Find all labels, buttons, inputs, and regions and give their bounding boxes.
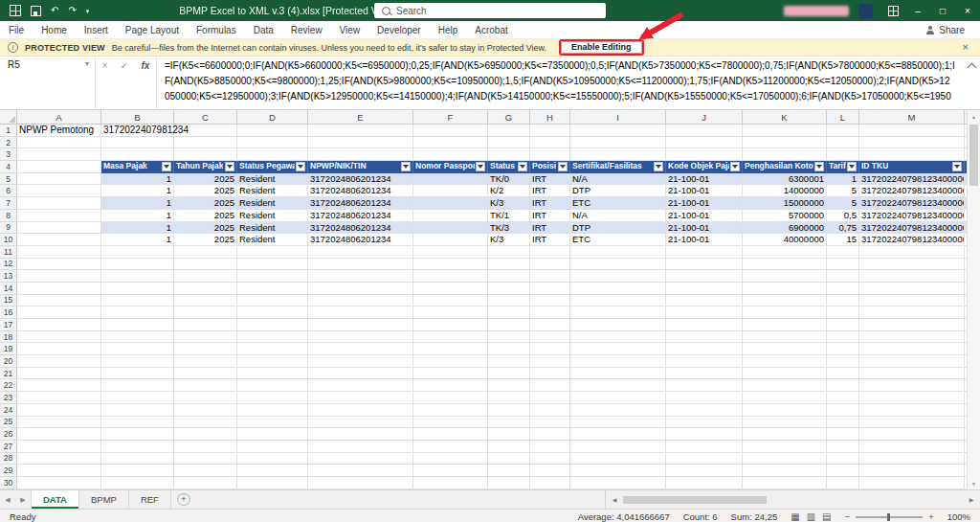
cell-H16[interactable] (530, 306, 570, 319)
cell-K14[interactable] (743, 283, 827, 295)
cell-L23[interactable] (827, 392, 859, 404)
cell-G12[interactable] (488, 259, 530, 271)
cell-L18[interactable] (827, 331, 859, 344)
cell-E15[interactable] (308, 295, 413, 307)
cell-M25[interactable] (859, 417, 965, 429)
cell-M7[interactable]: 3172022407981234000000 (859, 197, 965, 210)
account-avatar[interactable] (858, 4, 873, 18)
cell-D29[interactable] (237, 465, 308, 477)
cell-B19[interactable] (101, 343, 174, 355)
cell-A24[interactable] (17, 404, 101, 417)
cell-K4[interactable]: Penghasilan Kotor (743, 161, 827, 173)
cell-E30[interactable] (308, 477, 413, 489)
cell-H21[interactable] (530, 368, 570, 380)
undo-icon[interactable]: ↶ (51, 6, 58, 15)
cell-F13[interactable] (413, 270, 488, 283)
cell-H20[interactable] (530, 355, 570, 368)
row-header-16[interactable]: 16 (0, 306, 17, 319)
cell-A15[interactable] (17, 295, 101, 307)
menu-tab-review[interactable]: Review (282, 21, 331, 38)
enter-icon[interactable]: ✓ (121, 59, 128, 109)
cell-G30[interactable] (488, 477, 530, 489)
cell-D15[interactable] (237, 295, 308, 307)
cell-G24[interactable] (488, 404, 530, 417)
cell-L30[interactable] (827, 477, 859, 489)
cell-M28[interactable] (859, 453, 965, 465)
normal-view-icon[interactable]: ▦ (791, 511, 799, 522)
cell-M3[interactable] (859, 148, 965, 161)
cell-J2[interactable] (666, 137, 743, 149)
cell-I15[interactable] (570, 295, 666, 307)
cell-I14[interactable] (570, 283, 666, 295)
cell-C25[interactable] (174, 417, 237, 429)
cell-M20[interactable] (859, 355, 965, 368)
cell-E2[interactable] (308, 137, 413, 149)
cell-H30[interactable] (530, 477, 570, 489)
cell-K28[interactable] (743, 453, 827, 465)
cell-B8[interactable]: 1 (101, 210, 174, 222)
cell-I5[interactable]: N/A (570, 173, 666, 186)
cell-F27[interactable] (413, 441, 488, 453)
cell-C7[interactable]: 2025 (174, 197, 237, 210)
cell-K11[interactable] (743, 246, 827, 259)
menu-tab-insert[interactable]: Insert (76, 21, 117, 38)
cell-K15[interactable] (743, 295, 827, 307)
cell-C15[interactable] (174, 295, 237, 307)
cell-J18[interactable] (666, 331, 743, 344)
menu-tab-acrobat[interactable]: Acrobat (466, 21, 516, 38)
row-header-24[interactable]: 24 (0, 404, 17, 417)
cell-E22[interactable] (308, 379, 413, 392)
row-header-28[interactable]: 28 (0, 453, 17, 465)
cell-F29[interactable] (413, 465, 488, 477)
zoom-slider-thumb[interactable] (887, 513, 890, 521)
minimize-icon[interactable]: – (905, 0, 930, 21)
cell-D30[interactable] (237, 477, 308, 489)
cell-A6[interactable] (17, 185, 101, 197)
cell-I23[interactable] (570, 392, 666, 404)
row-header-27[interactable]: 27 (0, 441, 17, 453)
cell-F25[interactable] (413, 417, 488, 429)
cell-M8[interactable]: 3172022407981234000000 (859, 210, 965, 222)
cell-J1[interactable] (666, 125, 743, 137)
cell-J20[interactable] (666, 355, 743, 368)
cell-I24[interactable] (570, 404, 666, 417)
cell-B9[interactable]: 1 (101, 222, 174, 235)
cell-I18[interactable] (570, 331, 666, 344)
cell-G28[interactable] (488, 453, 530, 465)
menu-tab-developer[interactable]: Developer (368, 21, 430, 38)
cell-I12[interactable] (570, 259, 666, 271)
cell-B16[interactable] (101, 306, 174, 319)
filter-icon[interactable] (730, 162, 740, 171)
cell-C3[interactable] (174, 148, 237, 161)
cell-A25[interactable] (17, 417, 101, 429)
cell-G23[interactable] (488, 392, 530, 404)
cell-G8[interactable]: TK/1 (488, 210, 530, 222)
insert-function-icon[interactable]: fx (141, 59, 149, 109)
cell-K30[interactable] (743, 477, 827, 489)
cell-C21[interactable] (174, 368, 237, 380)
filter-icon[interactable] (814, 162, 824, 171)
cell-J6[interactable]: 21-100-01 (666, 185, 743, 197)
cell-I26[interactable] (570, 428, 666, 441)
cell-A14[interactable] (17, 283, 101, 295)
cell-I27[interactable] (570, 441, 666, 453)
cell-K26[interactable] (743, 428, 827, 441)
cell-B10[interactable]: 1 (101, 234, 174, 246)
cell-B2[interactable] (101, 137, 174, 149)
cell-M21[interactable] (859, 368, 965, 380)
cell-G7[interactable]: K/3 (488, 197, 530, 210)
cell-H22[interactable] (530, 379, 570, 392)
cell-D22[interactable] (237, 379, 308, 392)
cell-H9[interactable]: IRT (530, 222, 570, 235)
cell-H5[interactable]: IRT (530, 173, 570, 186)
cell-E27[interactable] (308, 441, 413, 453)
cell-A26[interactable] (17, 428, 101, 441)
cell-L21[interactable] (827, 368, 859, 380)
cell-M12[interactable] (859, 259, 965, 271)
row-header-3[interactable]: 3 (0, 148, 17, 161)
cell-F11[interactable] (413, 246, 488, 259)
share-button[interactable]: Share (926, 25, 980, 35)
row-header-1[interactable]: 1 (0, 125, 17, 137)
cell-G22[interactable] (488, 379, 530, 392)
cell-G9[interactable]: TK/3 (488, 222, 530, 235)
